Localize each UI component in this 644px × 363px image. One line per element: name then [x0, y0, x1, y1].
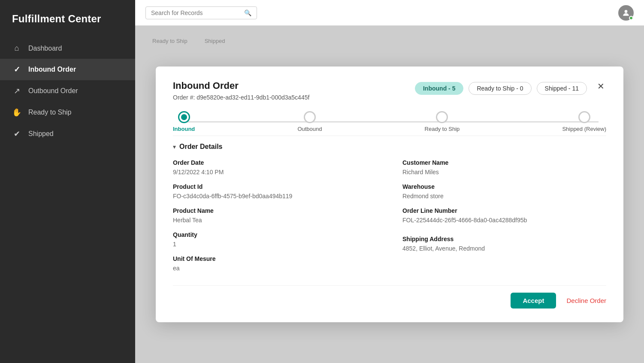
- field-customer-name: Customer Name Richard Miles: [402, 159, 606, 175]
- modal-footer: Accept Decline Order: [173, 285, 606, 309]
- badge-shipped[interactable]: Shipped - 11: [537, 82, 587, 95]
- modal: Inbound Order Order #: d9e5820e-ad32-ed1…: [156, 67, 623, 322]
- close-button[interactable]: ✕: [596, 80, 606, 92]
- order-date-label: Order Date: [173, 159, 377, 166]
- customer-name-value: Richard Miles: [402, 169, 606, 175]
- accept-button[interactable]: Accept: [511, 293, 556, 309]
- details-grid: Order Date 9/12/2022 4:10 PM Product Id …: [173, 159, 606, 272]
- svg-point-0: [625, 10, 628, 13]
- field-order-line-number: Order Line Number FOL-225444dc-26f5-4666…: [402, 207, 606, 224]
- sidebar-item-label: Ready to Ship: [28, 109, 72, 116]
- warehouse-label: Warehouse: [402, 183, 606, 190]
- step-circle-shipped: [578, 111, 590, 123]
- sidebar-item-label: Inbound Order: [28, 66, 76, 73]
- app-title: Fulfillment Center: [0, 0, 135, 38]
- progress-section: Inbound Outbound Ready to Ship: [173, 111, 606, 132]
- product-name-value: Herbal Tea: [173, 217, 377, 224]
- sidebar-item-label: Outbound Order: [28, 87, 78, 95]
- progress-track: Inbound Outbound Ready to Ship: [173, 111, 606, 132]
- step-circle-inbound: [178, 111, 190, 123]
- field-unit-of-measure: Unit Of Mesure ea: [173, 255, 377, 272]
- search-input[interactable]: [151, 9, 241, 16]
- field-quantity: Quantity 1: [173, 231, 377, 248]
- field-product-name: Product Name Herbal Tea: [173, 207, 377, 224]
- step-inbound: Inbound: [173, 111, 195, 132]
- product-name-label: Product Name: [173, 207, 377, 214]
- step-ready-to-ship: Ready to Ship: [425, 111, 460, 132]
- progress-steps: Inbound Outbound Ready to Ship: [173, 111, 606, 132]
- modal-header: Inbound Order Order #: d9e5820e-ad32-ed1…: [173, 80, 606, 101]
- sidebar-item-ready-to-ship[interactable]: ✋ Ready to Ship: [0, 102, 135, 123]
- main-area: 🔍 Ready to Ship Shipped Inbound Order Or…: [135, 0, 644, 363]
- step-outbound: Outbound: [297, 111, 322, 132]
- product-id-value: FO-c3d4c0da-6ffb-4575-b9ef-bd0aa494b119: [173, 193, 377, 200]
- chevron-down-icon: ▾: [173, 143, 176, 150]
- modal-order-id: Order #: d9e5820e-ad32-ed11-9db1-000d3a5…: [173, 94, 415, 101]
- sidebar-item-outbound-order[interactable]: ↗ Outbound Order: [0, 80, 135, 102]
- step-shipped-review: Shipped (Review): [562, 111, 606, 132]
- shipped-icon: ✔: [12, 129, 21, 139]
- order-line-number-label: Order Line Number: [402, 207, 606, 214]
- badge-ready-to-ship[interactable]: Ready to Ship - 0: [469, 82, 531, 95]
- details-left: Order Date 9/12/2022 4:10 PM Product Id …: [173, 159, 377, 272]
- sidebar-item-shipped[interactable]: ✔ Shipped: [0, 123, 135, 145]
- inbound-icon: ✓: [12, 65, 21, 74]
- search-box[interactable]: 🔍: [145, 6, 257, 19]
- avatar[interactable]: [618, 5, 634, 21]
- order-details-title: Order Details: [179, 143, 222, 151]
- step-label-ready: Ready to Ship: [425, 126, 460, 132]
- step-circle-ready: [436, 111, 448, 123]
- shipping-address-value: 4852, Elliot, Avenue, Redmond: [402, 245, 606, 252]
- quantity-label: Quantity: [173, 231, 377, 238]
- user-status-dot: [629, 16, 633, 20]
- step-label-shipped: Shipped (Review): [562, 126, 606, 132]
- ready-icon: ✋: [12, 108, 21, 117]
- sidebar-item-dashboard[interactable]: ⌂ Dashboard: [0, 38, 135, 59]
- unit-of-measure-value: ea: [173, 265, 377, 272]
- sidebar-item-label: Dashboard: [28, 45, 62, 52]
- top-bar: 🔍: [135, 0, 644, 26]
- outbound-icon: ↗: [12, 86, 21, 96]
- modal-title-section: Inbound Order Order #: d9e5820e-ad32-ed1…: [173, 80, 415, 101]
- search-icon: 🔍: [244, 9, 251, 16]
- step-label-outbound: Outbound: [297, 126, 322, 132]
- shipping-address-label: Shipping Address: [402, 236, 606, 242]
- order-date-value: 9/12/2022 4:10 PM: [173, 169, 377, 175]
- content-area: Ready to Ship Shipped Inbound Order Orde…: [135, 26, 644, 363]
- decline-button[interactable]: Decline Order: [566, 297, 606, 304]
- step-circle-outbound: [304, 111, 316, 123]
- sidebar-nav: ⌂ Dashboard ✓ Inbound Order ↗ Outbound O…: [0, 38, 135, 145]
- order-details-header[interactable]: ▾ Order Details: [173, 136, 606, 151]
- modal-status-badges: Inbound - 5 Ready to Ship - 0 Shipped - …: [415, 82, 587, 95]
- customer-name-label: Customer Name: [402, 159, 606, 166]
- field-warehouse: Warehouse Redmond store: [402, 183, 606, 200]
- field-order-date: Order Date 9/12/2022 4:10 PM: [173, 159, 377, 175]
- field-shipping-address: Shipping Address 4852, Elliot, Avenue, R…: [402, 236, 606, 252]
- modal-overlay: Inbound Order Order #: d9e5820e-ad32-ed1…: [135, 26, 644, 363]
- field-product-id: Product Id FO-c3d4c0da-6ffb-4575-b9ef-bd…: [173, 183, 377, 200]
- home-icon: ⌂: [12, 44, 21, 53]
- badge-inbound[interactable]: Inbound - 5: [415, 82, 463, 95]
- details-right: Customer Name Richard Miles Warehouse Re…: [402, 159, 606, 272]
- unit-of-measure-label: Unit Of Mesure: [173, 255, 377, 262]
- sidebar: Fulfillment Center ⌂ Dashboard ✓ Inbound…: [0, 0, 135, 363]
- sidebar-item-inbound-order[interactable]: ✓ Inbound Order: [0, 59, 135, 80]
- modal-title: Inbound Order: [173, 80, 415, 91]
- product-id-label: Product Id: [173, 183, 377, 190]
- warehouse-value: Redmond store: [402, 193, 606, 200]
- step-label-inbound: Inbound: [173, 126, 195, 132]
- order-line-number-value: FOL-225444dc-26f5-4666-8da0-0ac4288df95b: [402, 217, 606, 224]
- quantity-value: 1: [173, 241, 377, 248]
- sidebar-item-label: Shipped: [28, 130, 54, 138]
